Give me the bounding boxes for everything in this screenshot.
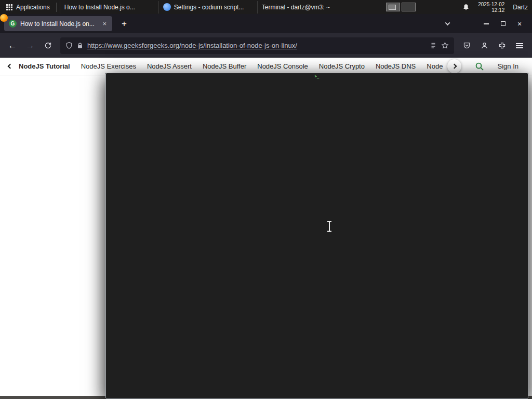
- taskbar-button-terminal[interactable]: >_Terminal - dartz@vm3: ~: [257, 1, 356, 14]
- workspace-switcher[interactable]: [386, 3, 416, 11]
- window-close-button[interactable]: ×: [511, 17, 528, 31]
- desktop: Applications How to Install Node.js o...…: [0, 0, 532, 399]
- reload-icon: [44, 42, 52, 49]
- forward-button[interactable]: →: [22, 38, 38, 54]
- hamburger-icon: [516, 45, 523, 46]
- site-nav-item[interactable]: NodeJS Buffer: [203, 62, 246, 70]
- notification-bell-icon[interactable]: [462, 4, 470, 11]
- browser-tab[interactable]: G How to Install Node.js on... ×: [4, 16, 112, 31]
- sign-in-button[interactable]: Sign In: [498, 62, 518, 70]
- site-nav-item[interactable]: NodeJS Console: [257, 62, 308, 70]
- site-nav-item[interactable]: Node: [427, 62, 443, 70]
- url-path: /node-js/installation-of-node-js-on-linu…: [179, 42, 297, 49]
- site-nav-item[interactable]: NodeJS Assert: [147, 62, 192, 70]
- search-icon[interactable]: [475, 62, 484, 71]
- taskbar-button-label: Settings - codium script...: [174, 4, 244, 11]
- account-button[interactable]: [476, 38, 493, 54]
- window-maximize-button[interactable]: [495, 17, 511, 31]
- vscodium-icon: [163, 3, 171, 11]
- reload-button[interactable]: [39, 38, 56, 54]
- bookmark-star-icon[interactable]: [441, 42, 449, 49]
- site-nav-item[interactable]: NodeJS Tutorial: [19, 62, 70, 70]
- taskbar-button-firefox[interactable]: How to Install Node.js o...: [60, 1, 158, 14]
- menu-button[interactable]: [511, 38, 528, 54]
- workspace-2[interactable]: [402, 3, 416, 11]
- browser-toolbar: ← → https://www.geeksforgeeks.org/node-j…: [0, 33, 532, 58]
- url-prefix: https://www.: [87, 42, 124, 49]
- user-menu[interactable]: Dartz: [513, 4, 528, 11]
- url-domain: geeksforgeeks.org: [124, 42, 179, 49]
- site-nav-item[interactable]: NodeJS Crypto: [319, 62, 365, 70]
- gfg-favicon-icon: G: [9, 20, 17, 28]
- taskbar: Applications How to Install Node.js o...…: [0, 0, 532, 14]
- reader-view-icon[interactable]: [430, 42, 437, 49]
- clock-time: 12:12: [478, 7, 504, 13]
- firefox-icon: [0, 14, 8, 22]
- terminal-icon: >_: [105, 73, 528, 399]
- site-nav-item[interactable]: NodeJS DNS: [376, 62, 416, 70]
- account-person-icon: [481, 42, 488, 49]
- extensions-button[interactable]: [494, 38, 510, 54]
- applications-grid-icon: [6, 4, 12, 10]
- extensions-puzzle-icon: [498, 42, 506, 49]
- workspace-1[interactable]: [386, 3, 400, 11]
- new-tab-button[interactable]: +: [117, 19, 131, 29]
- mouse-text-cursor: [329, 222, 330, 231]
- list-all-tabs-button[interactable]: [441, 17, 454, 31]
- taskbar-button-label: Terminal - dartz@vm3: ~: [262, 4, 330, 11]
- back-button[interactable]: ←: [4, 38, 21, 54]
- nav-scroll-right-button[interactable]: [447, 59, 461, 73]
- taskbar-separator: [56, 3, 57, 12]
- taskbar-windows: How to Install Node.js o...Settings - co…: [60, 0, 356, 14]
- clock-date: 2025-12-02: [478, 2, 504, 7]
- window-minimize-button[interactable]: [478, 17, 495, 31]
- pocket-icon: [463, 42, 471, 49]
- site-nav-right: Sign In: [465, 59, 532, 73]
- applications-menu-button[interactable]: Applications: [3, 3, 53, 12]
- url-text[interactable]: https://www.geeksforgeeks.org/node-js/in…: [87, 42, 425, 49]
- nav-scroll-left-chevron-icon[interactable]: [8, 64, 12, 68]
- url-bar[interactable]: https://www.geeksforgeeks.org/node-js/in…: [60, 37, 454, 54]
- tab-close-icon[interactable]: ×: [101, 20, 108, 28]
- site-nav-items: NodeJS TutorialNodeJS ExercisesNodeJS As…: [19, 62, 461, 70]
- taskbar-button-vscodium[interactable]: Settings - codium script...: [158, 1, 257, 14]
- taskbar-button-label: How to Install Node.js o...: [64, 4, 135, 11]
- tracking-shield-icon[interactable]: [65, 42, 73, 49]
- site-nav-item[interactable]: NodeJS Exercises: [81, 62, 136, 70]
- browser-tab-bar: G How to Install Node.js on... × + ×: [0, 14, 532, 33]
- clock[interactable]: 2025-12-02 12:12: [478, 2, 504, 13]
- pocket-button[interactable]: [458, 38, 475, 54]
- applications-label: Applications: [16, 4, 50, 11]
- tab-title: How to Install Node.js on...: [20, 20, 98, 28]
- lock-icon[interactable]: [77, 42, 83, 49]
